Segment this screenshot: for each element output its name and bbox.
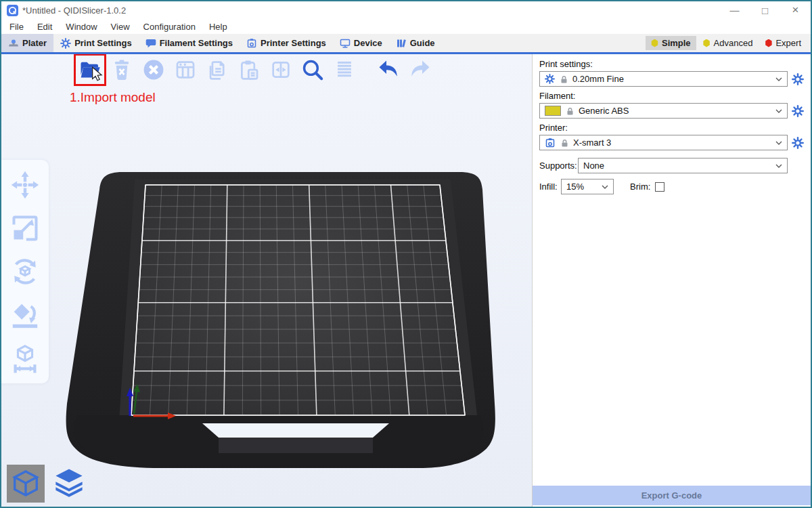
view-toggles xyxy=(7,465,88,503)
window-title: *Untitled - QIDISlicer-1.0.2 xyxy=(22,5,126,16)
printer-combo[interactable]: X-smart 3 xyxy=(539,135,788,150)
maximize-icon: □ xyxy=(762,5,768,16)
preview-layers-button[interactable] xyxy=(50,465,88,503)
tab-guide[interactable]: Guide xyxy=(389,34,442,52)
close-button[interactable]: × xyxy=(780,1,811,19)
gear-icon xyxy=(792,137,804,149)
gear-icon xyxy=(792,105,804,117)
viewport-toolbar xyxy=(77,57,433,83)
tab-filament-settings[interactable]: Filament Settings xyxy=(139,34,240,52)
menu-window[interactable]: Window xyxy=(59,20,104,33)
mode-advanced[interactable]: Advanced xyxy=(698,36,759,50)
move-tool-button[interactable] xyxy=(9,168,41,202)
settings-panel: Print settings: 0.20mm Fine Filament: Ge… xyxy=(532,54,811,507)
paste-icon xyxy=(238,58,261,81)
place-on-face-icon xyxy=(9,299,41,331)
menu-configuration[interactable]: Configuration xyxy=(137,20,202,33)
copy-icon xyxy=(206,58,229,81)
brim-label: Brim: xyxy=(630,182,650,192)
arrange-button[interactable] xyxy=(173,57,198,83)
print-bed xyxy=(1,54,532,507)
mode-switcher: Simple Advanced Expert xyxy=(646,34,811,52)
simple-dot-icon xyxy=(651,39,658,47)
close-icon: × xyxy=(792,3,799,17)
filament-label: Filament: xyxy=(539,91,804,101)
supports-combo[interactable]: None xyxy=(578,158,788,173)
print-settings-label: Print settings: xyxy=(539,59,804,69)
filament-icon xyxy=(145,38,156,49)
printer-icon xyxy=(545,137,556,148)
mouse-cursor-icon xyxy=(91,66,104,81)
rotate-icon xyxy=(9,255,41,288)
tab-print-settings[interactable]: Print Settings xyxy=(53,34,139,52)
chevron-down-icon xyxy=(775,109,782,113)
tab-plater[interactable]: Plater xyxy=(1,34,53,52)
variable-layer-height-button[interactable] xyxy=(332,57,357,83)
mode-simple[interactable]: Simple xyxy=(646,36,696,50)
menu-file[interactable]: File xyxy=(3,20,30,33)
printer-icon xyxy=(246,38,257,49)
3d-viewport[interactable]: 1.Import model xyxy=(1,54,532,507)
filament-combo[interactable]: Generic ABS xyxy=(539,103,788,119)
lock-icon xyxy=(560,139,568,147)
rotate-tool-button[interactable] xyxy=(9,255,41,289)
guide-icon xyxy=(396,38,407,49)
mode-expert[interactable]: Expert xyxy=(759,36,807,50)
measure-tool-button[interactable] xyxy=(9,341,41,375)
redo-icon xyxy=(408,58,432,82)
paste-button[interactable] xyxy=(236,57,262,83)
place-on-face-tool-button[interactable] xyxy=(9,298,41,332)
filament-color-swatch xyxy=(545,106,561,116)
copy-button[interactable] xyxy=(204,57,230,83)
menu-help[interactable]: Help xyxy=(202,20,234,33)
chevron-down-icon xyxy=(602,185,608,189)
measure-icon xyxy=(9,343,41,374)
split-objects-button[interactable] xyxy=(268,57,294,83)
tab-device[interactable]: Device xyxy=(333,34,389,52)
device-icon xyxy=(340,38,351,49)
3d-cube-icon xyxy=(9,467,42,500)
menu-edit[interactable]: Edit xyxy=(30,20,59,33)
minimize-button[interactable]: — xyxy=(719,1,750,19)
undo-button[interactable] xyxy=(376,57,401,83)
search-button[interactable] xyxy=(300,57,325,83)
scale-tool-button[interactable] xyxy=(9,211,41,245)
chevron-down-icon xyxy=(775,164,782,168)
lock-icon xyxy=(566,107,574,115)
delete-button[interactable] xyxy=(109,57,135,83)
expert-dot-icon xyxy=(765,39,772,47)
app-icon xyxy=(7,5,18,16)
brim-checkbox[interactable] xyxy=(655,182,664,192)
move-icon xyxy=(10,170,40,200)
delete-trash-icon xyxy=(110,58,133,81)
plater-icon xyxy=(8,38,19,49)
menu-bar: File Edit Window View Configuration Help xyxy=(1,19,811,34)
menu-view[interactable]: View xyxy=(104,20,137,33)
print-settings-combo[interactable]: 0.20mm Fine xyxy=(539,71,788,87)
3d-view-button[interactable] xyxy=(7,465,45,503)
export-gcode-button[interactable]: Export G-code xyxy=(533,486,811,505)
delete-all-icon xyxy=(141,58,166,82)
infill-combo[interactable]: 15% xyxy=(561,179,614,194)
advanced-dot-icon xyxy=(703,39,710,47)
chevron-down-icon xyxy=(775,141,782,145)
infill-label: Infill: xyxy=(539,182,561,192)
tab-printer-settings[interactable]: Printer Settings xyxy=(240,34,333,52)
filament-gear-button[interactable] xyxy=(792,105,804,117)
redo-button[interactable] xyxy=(407,57,433,83)
title-bar: *Untitled - QIDISlicer-1.0.2 — □ × xyxy=(1,1,811,19)
chevron-down-icon xyxy=(775,77,782,81)
gear-icon xyxy=(792,73,804,85)
printer-label: Printer: xyxy=(539,123,804,133)
layer-lines-icon xyxy=(333,58,356,81)
lock-icon xyxy=(560,75,568,83)
print-settings-gear-button[interactable] xyxy=(792,73,804,85)
gear-icon xyxy=(545,74,555,84)
scale-icon xyxy=(10,213,40,243)
layers-icon xyxy=(52,467,86,501)
delete-all-button[interactable] xyxy=(141,57,166,83)
undo-icon xyxy=(376,58,401,82)
maximize-button[interactable]: □ xyxy=(750,1,780,19)
split-icon xyxy=(269,58,292,81)
printer-gear-button[interactable] xyxy=(792,137,804,149)
